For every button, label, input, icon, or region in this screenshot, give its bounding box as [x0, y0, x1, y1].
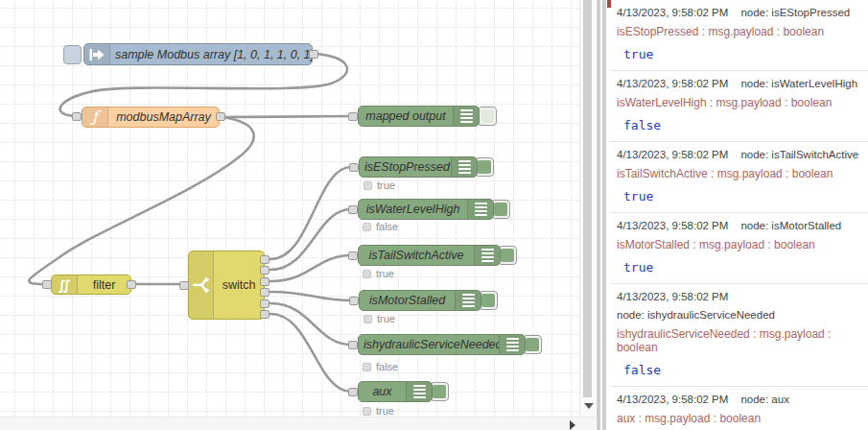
debug-input-port[interactable] — [349, 163, 359, 172]
switch-fork-icon — [189, 251, 214, 319]
debug-message: 4/13/2023, 9:58:02 PMnode: aux aux : msg… — [611, 387, 868, 430]
debug-message-meta: aux : msg.payload : boolean — [617, 412, 864, 425]
debug-sidebar-icon — [474, 246, 500, 265]
vertical-scrollbar-thumb[interactable] — [583, 0, 592, 397]
debug-sidebar-icon — [406, 382, 432, 401]
debug-message-node: node: isEStopPressed — [740, 7, 850, 18]
filter-input-port[interactable] — [42, 280, 52, 289]
filter-node-label: filter — [78, 278, 130, 292]
debug-node-ismotorstalled[interactable]: isMotorStalled — [359, 290, 481, 311]
debug-toggle-isestoppressed[interactable] — [475, 157, 494, 177]
filter-node[interactable]: ∬ filter — [51, 275, 131, 295]
wire-switch-to-ishydraulicserviceneeded[interactable] — [270, 303, 351, 345]
debug-message-timestamp: 4/13/2023, 9:58:02 PM — [617, 7, 728, 18]
debug-node-label: isTailSwitchActive — [359, 249, 474, 262]
debug-node-isestoppressed[interactable]: isEStopPressed — [359, 156, 478, 178]
debug-message-node: node: isWaterLevelHigh — [740, 78, 857, 89]
debug-message-value[interactable]: true — [617, 47, 864, 61]
debug-message-value[interactable]: false — [617, 118, 864, 132]
debug-toggle-istailswitchactive[interactable] — [498, 246, 517, 265]
debug-input-port[interactable] — [349, 297, 359, 305]
debug-message-meta: isMotorStalled : msg.payload : boolean — [617, 238, 864, 251]
flow-canvas[interactable]: sample Modbus array [1, 0, 1, 1, 0, 1] ƒ… — [0, 0, 581, 417]
function-output-port[interactable] — [216, 112, 225, 121]
debug-sidebar-icon — [455, 291, 481, 310]
filter-output-port[interactable] — [127, 280, 136, 289]
status-dot-icon — [364, 315, 372, 323]
debug-message-timestamp: 4/13/2023, 9:58:02 PM — [617, 149, 728, 160]
debug-sidebar-panel[interactable]: 4/13/2023, 9:58:02 PMnode: isEStopPresse… — [611, 0, 868, 430]
function-input-port[interactable] — [72, 112, 82, 121]
debug-message-meta: isWaterLevelHigh : msg.payload : boolean — [617, 96, 864, 109]
canvas-vertical-scrollbar[interactable] — [579, 0, 596, 417]
switch-node[interactable]: switch — [188, 251, 265, 320]
debug-node-label: ishydraulicServiceNeeded — [359, 338, 499, 351]
scroll-right-arrow-icon[interactable] — [570, 420, 575, 430]
debug-message-node: node: isMotorStalled — [740, 220, 841, 231]
wire-switch-to-aux[interactable] — [270, 314, 351, 392]
function-node[interactable]: ƒ modbusMapArray — [82, 107, 220, 128]
debug-node-label: aux — [359, 385, 406, 398]
switch-input-port[interactable] — [179, 281, 189, 290]
debug-message-value[interactable]: false — [617, 363, 864, 377]
debug-input-port[interactable] — [348, 388, 358, 396]
debug-toggle-ishydraulicserviceneeded[interactable] — [523, 335, 542, 354]
switch-output-port-1[interactable] — [260, 255, 270, 264]
debug-message-timestamp: 4/13/2023, 9:58:02 PM — [617, 78, 728, 89]
inject-button[interactable] — [63, 45, 82, 64]
debug-node-aux[interactable]: aux — [358, 381, 433, 402]
debug-message-timestamp: 4/13/2023, 9:58:02 PM — [617, 220, 728, 231]
switch-output-port-6[interactable] — [260, 310, 270, 319]
debug-node-label: mapped output — [359, 109, 453, 123]
status-dot-icon — [364, 181, 372, 190]
wire-function-to-mapped-output[interactable] — [222, 116, 351, 117]
debug-message: 4/13/2023, 9:58:02 PMnode: ishydraulicSe… — [611, 284, 868, 387]
debug-message-value[interactable]: true — [617, 260, 864, 275]
inject-output-port[interactable] — [309, 50, 318, 59]
debug-toggle-ismotorstalled[interactable] — [479, 291, 498, 310]
node-status: false — [363, 361, 398, 372]
node-status: true — [363, 268, 394, 279]
status-dot-icon — [363, 407, 371, 416]
node-status: true — [364, 179, 395, 191]
panel-separator[interactable] — [596, 0, 611, 430]
filter-icon: ∬ — [52, 275, 78, 294]
debug-toggle-aux[interactable] — [430, 382, 449, 401]
debug-message: 4/13/2023, 9:58:02 PMnode: isMotorStalle… — [611, 213, 868, 284]
debug-node-mapped-output[interactable]: mapped output — [358, 106, 480, 127]
debug-input-port[interactable] — [348, 112, 358, 121]
debug-node-iswaterlevelhigh[interactable]: isWaterLevelHigh — [358, 199, 494, 220]
inject-node[interactable]: sample Modbus array [1, 0, 1, 1, 0, 1] — [83, 43, 313, 65]
status-dot-icon — [363, 270, 371, 278]
debug-message-timestamp: 4/13/2023, 9:58:02 PM — [617, 394, 728, 405]
wire-switch-to-ismotorstalled[interactable] — [270, 292, 352, 300]
debug-input-port[interactable] — [348, 251, 358, 260]
switch-output-port-2[interactable] — [260, 266, 270, 275]
debug-sidebar-icon — [451, 157, 477, 177]
switch-output-port-5[interactable] — [260, 299, 270, 308]
debug-message-node: node: aux — [740, 394, 789, 405]
debug-input-port[interactable] — [348, 205, 358, 214]
canvas-horizontal-scrollbar[interactable] — [0, 417, 596, 430]
debug-message-meta: isTailSwitchActive : msg.payload : boole… — [617, 167, 864, 180]
debug-message-meta: ishydraulicServiceNeeded : msg.payload :… — [617, 327, 864, 354]
switch-output-port-4[interactable] — [260, 288, 270, 297]
debug-message-node: node: isTailSwitchActive — [740, 149, 858, 160]
debug-node-istailswitchactive[interactable]: isTailSwitchActive — [358, 245, 501, 266]
debug-node-ishydraulicserviceneeded[interactable]: ishydraulicServiceNeeded — [358, 334, 526, 355]
debug-message-value[interactable]: true — [617, 189, 864, 203]
status-dot-icon — [363, 223, 371, 231]
inject-arrow-icon — [84, 44, 110, 64]
debug-message: 4/13/2023, 9:58:02 PMnode: isWaterLevelH… — [611, 71, 868, 142]
debug-input-port[interactable] — [348, 341, 358, 349]
scroll-down-arrow-icon[interactable] — [584, 403, 594, 409]
inject-node-label: sample Modbus array [1, 0, 1, 1, 0, 1] — [110, 48, 312, 61]
debug-node-label: isEStopPressed — [360, 160, 451, 174]
debug-toggle-iswaterlevelhigh[interactable] — [491, 200, 510, 219]
debug-sidebar-icon — [499, 335, 525, 354]
debug-sidebar-icon — [467, 200, 493, 219]
switch-output-port-3[interactable] — [260, 277, 270, 286]
debug-message-timestamp: 4/13/2023, 9:58:02 PM — [617, 291, 728, 302]
debug-sidebar-icon — [453, 107, 479, 126]
debug-toggle-mapped-output[interactable] — [478, 107, 497, 126]
